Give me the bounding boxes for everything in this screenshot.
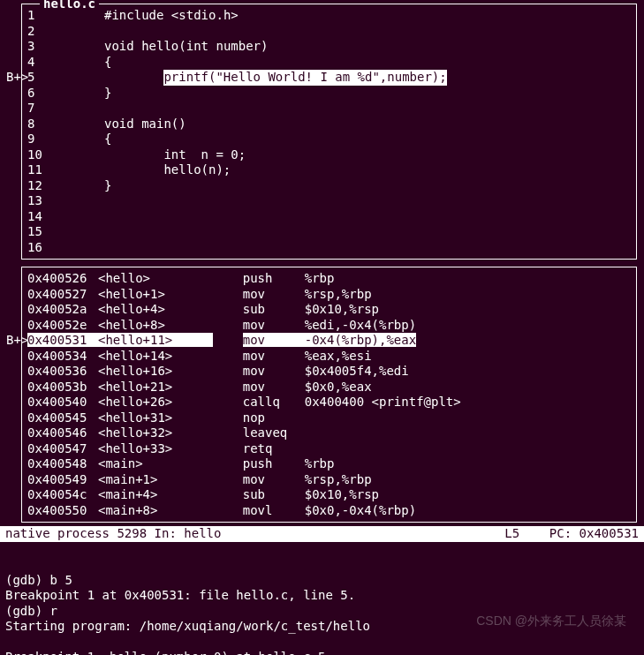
asm-opcode: mov: [243, 472, 305, 488]
source-line[interactable]: 16: [27, 240, 631, 256]
assembly-line[interactable]: 0x400550<main+8> movl$0x0,-0x4(%rbp): [27, 503, 631, 519]
line-number: 8: [27, 117, 52, 132]
source-text: hello(n);: [163, 162, 231, 178]
source-line[interactable]: 14: [27, 209, 631, 225]
asm-symbol: <main+8>: [98, 503, 213, 519]
source-line[interactable]: 2: [27, 24, 631, 40]
asm-symbol: <hello+14>: [98, 349, 213, 365]
asm-args: %rsp,%rbp: [305, 472, 372, 486]
gdb-output-line: [5, 635, 639, 651]
asm-args: $0x4005f4,%edi: [305, 364, 409, 378]
source-line[interactable]: 11 hello(n);: [27, 162, 631, 178]
asm-args: -0x4(%rbp),%eax: [305, 333, 416, 347]
assembly-line[interactable]: 0x40054c<main+4> sub$0x10,%rsp: [27, 487, 631, 503]
assembly-line[interactable]: 0x40052a<hello+4> sub$0x10,%rsp: [27, 302, 631, 318]
assembly-line[interactable]: 0x40052e<hello+8> mov%edi,-0x4(%rbp): [27, 318, 631, 334]
watermark: CSDN @外来务工人员徐某: [476, 614, 626, 629]
source-text: }: [104, 86, 111, 102]
asm-address: 0x40052e: [27, 318, 98, 334]
asm-args: %rsp,%rbp: [305, 287, 372, 301]
asm-opcode: mov: [243, 333, 305, 349]
asm-address: 0x400527: [27, 287, 98, 303]
asm-symbol: <hello+16>: [98, 364, 213, 380]
source-text: int n = 0;: [163, 147, 246, 163]
status-pc: PC: 0x400531: [549, 526, 639, 542]
asm-symbol: <hello+8>: [98, 318, 213, 334]
asm-opcode: sub: [243, 302, 305, 318]
assembly-line[interactable]: 0x400547<hello+33> retq: [27, 441, 631, 457]
source-line[interactable]: 6 }: [27, 86, 631, 102]
assembly-lines[interactable]: 0x400526<hello> push%rbp0x400527<hello+1…: [27, 271, 631, 518]
line-number: 5: [27, 70, 52, 86]
breakpoint-marker: B+>: [6, 70, 26, 86]
asm-address: 0x400547: [27, 441, 98, 457]
assembly-line[interactable]: 0x400548<main> push%rbp: [27, 456, 631, 472]
assembly-pane: 0x400526<hello> push%rbp0x400527<hello+1…: [21, 267, 637, 523]
source-line[interactable]: 4 {: [27, 55, 631, 71]
source-text: }: [104, 178, 111, 194]
assembly-line[interactable]: 0x400526<hello> push%rbp: [27, 271, 631, 287]
assembly-line[interactable]: 0x400527<hello+1> mov%rsp,%rbp: [27, 287, 631, 303]
source-text: void main(): [104, 117, 186, 132]
source-line[interactable]: 12 }: [27, 178, 631, 194]
asm-address: 0x400526: [27, 271, 98, 287]
assembly-line[interactable]: 0x400540<hello+26> callq0x400400 <printf…: [27, 395, 631, 410]
asm-address: 0x40053b: [27, 380, 98, 395]
line-number: 15: [27, 224, 52, 240]
asm-opcode: mov: [243, 380, 305, 395]
asm-opcode: nop: [243, 410, 305, 426]
source-line[interactable]: 10 int n = 0;: [27, 147, 631, 163]
gdb-command-area[interactable]: (gdb) b 5Breakpoint 1 at 0x400531: file …: [0, 542, 644, 656]
asm-symbol: <hello+4>: [98, 302, 213, 318]
line-number: 16: [27, 240, 52, 256]
assembly-line[interactable]: B+>0x400531<hello+11> mov-0x4(%rbp),%eax: [27, 333, 631, 349]
status-line: L5: [504, 526, 519, 542]
asm-symbol: <main+4>: [98, 487, 213, 503]
asm-address: 0x400540: [27, 395, 98, 410]
source-line[interactable]: 15: [27, 224, 631, 240]
asm-symbol: <hello+32>: [98, 425, 213, 441]
source-line[interactable]: 9 {: [27, 132, 631, 147]
source-line[interactable]: 1 #include <stdio.h>: [27, 8, 631, 24]
source-line[interactable]: 8 void main(): [27, 117, 631, 132]
breakpoint-marker: B+>: [6, 333, 26, 349]
asm-args: %rbp: [305, 456, 335, 471]
source-line[interactable]: 3 void hello(int number): [27, 39, 631, 55]
assembly-line[interactable]: 0x400549<main+1> mov%rsp,%rbp: [27, 472, 631, 488]
line-number: 11: [27, 162, 52, 178]
asm-opcode: sub: [243, 487, 305, 503]
assembly-line[interactable]: 0x400545<hello+31> nop: [27, 410, 631, 426]
assembly-line[interactable]: 0x400536<hello+16> mov$0x4005f4,%edi: [27, 364, 631, 380]
asm-opcode: mov: [243, 364, 305, 380]
asm-opcode: mov: [243, 349, 305, 365]
asm-args: $0x10,%rsp: [305, 302, 379, 316]
asm-args: 0x400400 <printf@plt>: [305, 395, 461, 409]
source-lines[interactable]: 1 #include <stdio.h>23 void hello(int nu…: [27, 8, 631, 255]
asm-args: %edi,-0x4(%rbp): [305, 318, 416, 332]
asm-symbol: <hello>: [98, 271, 213, 287]
asm-symbol: <hello+31>: [98, 410, 213, 426]
assembly-line[interactable]: 0x400546<hello+32> leaveq: [27, 425, 631, 441]
asm-opcode: push: [243, 456, 305, 472]
source-text: {: [104, 55, 111, 71]
asm-opcode: movl: [243, 503, 305, 519]
source-line[interactable]: 7: [27, 101, 631, 117]
asm-address: 0x400549: [27, 472, 98, 488]
source-line[interactable]: 13: [27, 193, 631, 209]
asm-symbol: <hello+26>: [98, 395, 213, 410]
gdb-output-line: (gdb) b 5: [5, 573, 639, 589]
line-number: 13: [27, 193, 52, 209]
line-number: 4: [27, 55, 52, 71]
asm-address: 0x400545: [27, 410, 98, 426]
assembly-line[interactable]: 0x400534<hello+14> mov%eax,%esi: [27, 349, 631, 365]
source-text: {: [104, 132, 111, 147]
asm-symbol: <hello+21>: [98, 380, 213, 395]
source-pane: hello.c 1 #include <stdio.h>23 void hell…: [21, 4, 637, 260]
asm-opcode: push: [243, 271, 305, 287]
assembly-line[interactable]: 0x40053b<hello+21> mov$0x0,%eax: [27, 380, 631, 395]
asm-symbol: <hello+11>: [98, 333, 213, 349]
source-line[interactable]: B+>5 printf("Hello World! I am %d",numbe…: [27, 70, 631, 86]
asm-symbol: <hello+33>: [98, 441, 213, 457]
line-number: 7: [27, 101, 52, 117]
asm-address: 0x400548: [27, 456, 98, 472]
